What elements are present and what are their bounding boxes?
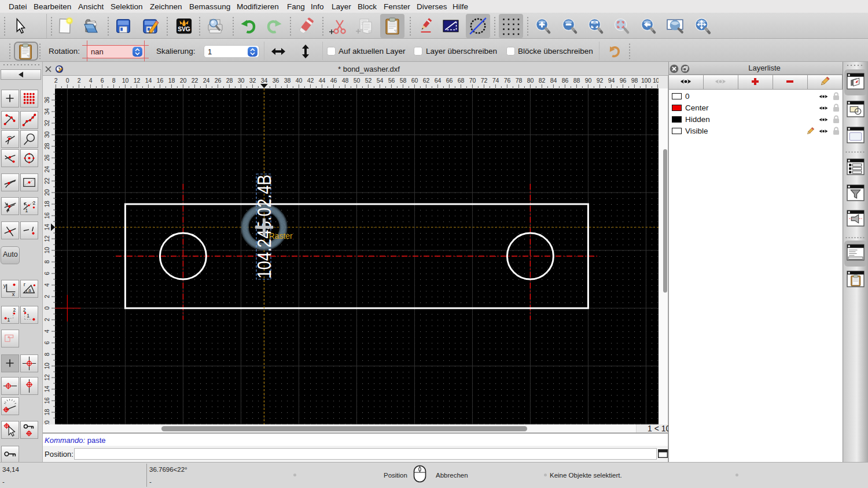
svg-text:8: 8 xyxy=(112,77,116,84)
svg-text:88: 88 xyxy=(573,77,580,84)
svg-text:28: 28 xyxy=(43,143,50,150)
svg-text:20: 20 xyxy=(43,420,50,424)
svg-text:14: 14 xyxy=(43,224,50,231)
svg-text:2: 2 xyxy=(43,295,50,298)
svg-text:52: 52 xyxy=(365,77,372,84)
svg-text:8: 8 xyxy=(43,353,50,356)
svg-text:2: 2 xyxy=(78,77,81,84)
svg-text:82: 82 xyxy=(539,77,546,84)
svg-text:56: 56 xyxy=(388,77,395,84)
svg-text:18: 18 xyxy=(43,201,50,208)
svg-text:a: a xyxy=(28,287,31,293)
svg-text:98: 98 xyxy=(631,77,638,84)
svg-text:78: 78 xyxy=(516,77,523,84)
svg-text:16: 16 xyxy=(43,397,50,404)
svg-text:y: y xyxy=(3,283,6,289)
svg-text:0: 0 xyxy=(43,306,50,310)
svg-text:48: 48 xyxy=(342,77,349,84)
svg-text:50: 50 xyxy=(354,77,361,84)
svg-text:12: 12 xyxy=(43,235,50,242)
svg-text:86: 86 xyxy=(562,77,569,84)
svg-text:2: 2 xyxy=(33,200,36,206)
svg-text:96: 96 xyxy=(620,77,627,84)
svg-text:80: 80 xyxy=(527,77,534,84)
svg-text:34: 34 xyxy=(261,77,268,84)
svg-text:0: 0 xyxy=(66,77,69,84)
svg-text:12: 12 xyxy=(134,77,141,84)
svg-text:18: 18 xyxy=(43,409,50,416)
svg-text:Raster: Raster xyxy=(269,231,293,241)
svg-text:60: 60 xyxy=(411,77,418,84)
svg-text:26: 26 xyxy=(215,77,222,84)
svg-text:2: 2 xyxy=(43,318,50,321)
svg-text:2: 2 xyxy=(13,307,16,313)
svg-text:8: 8 xyxy=(43,260,50,264)
svg-text:36: 36 xyxy=(273,77,279,84)
svg-text:12: 12 xyxy=(43,374,50,381)
svg-text:58: 58 xyxy=(400,77,407,84)
svg-text:90: 90 xyxy=(585,77,592,84)
svg-text:r: r xyxy=(24,282,25,287)
svg-text:32: 32 xyxy=(43,120,50,127)
svg-text:72: 72 xyxy=(481,77,488,84)
svg-text:x: x xyxy=(12,291,15,297)
svg-text:44: 44 xyxy=(319,77,326,84)
svg-text:4: 4 xyxy=(43,283,50,287)
svg-text:10: 10 xyxy=(43,247,50,254)
svg-text:70: 70 xyxy=(469,77,476,84)
svg-text:84: 84 xyxy=(550,77,557,84)
svg-text:6: 6 xyxy=(43,341,50,345)
svg-text:6: 6 xyxy=(43,272,50,275)
svg-text:4: 4 xyxy=(89,77,93,84)
svg-text:6: 6 xyxy=(101,77,104,84)
svg-text:68: 68 xyxy=(458,77,465,84)
svg-text:1: 1 xyxy=(25,208,28,213)
svg-text:16: 16 xyxy=(43,212,50,219)
svg-text:14: 14 xyxy=(43,386,50,393)
svg-text:46: 46 xyxy=(330,77,337,84)
svg-text:26: 26 xyxy=(43,154,50,161)
svg-text:32: 32 xyxy=(249,77,256,84)
svg-text:20: 20 xyxy=(180,77,187,84)
svg-text:16: 16 xyxy=(157,77,164,84)
svg-text:42: 42 xyxy=(307,77,314,84)
svg-text:22: 22 xyxy=(192,77,198,84)
svg-text:28: 28 xyxy=(226,77,233,84)
svg-text:40: 40 xyxy=(296,77,303,84)
svg-text:34: 34 xyxy=(43,108,50,115)
svg-text:20: 20 xyxy=(43,189,50,196)
svg-text:100: 100 xyxy=(641,77,651,84)
svg-text:1: 1 xyxy=(27,313,30,319)
svg-text:30: 30 xyxy=(43,131,50,138)
svg-text:SVG: SVG xyxy=(178,26,190,32)
svg-text:24: 24 xyxy=(43,166,50,173)
svg-text:30: 30 xyxy=(238,77,245,84)
svg-text:10: 10 xyxy=(122,77,129,84)
svg-text:2: 2 xyxy=(54,77,58,84)
svg-text:76: 76 xyxy=(504,77,511,84)
svg-text:10: 10 xyxy=(43,363,50,369)
svg-text:1: 1 xyxy=(7,317,10,323)
svg-text:66: 66 xyxy=(446,77,453,84)
svg-text:4: 4 xyxy=(43,330,50,333)
svg-text:62: 62 xyxy=(423,77,430,84)
svg-text:74: 74 xyxy=(492,77,499,84)
svg-text:14: 14 xyxy=(145,77,152,84)
svg-text:92: 92 xyxy=(597,77,604,84)
svg-text:38: 38 xyxy=(284,77,291,84)
svg-text:22: 22 xyxy=(43,178,50,184)
svg-text:36: 36 xyxy=(43,97,50,103)
svg-text:94: 94 xyxy=(608,77,615,84)
svg-text:54: 54 xyxy=(377,77,384,84)
svg-text:18: 18 xyxy=(168,77,175,84)
svg-text:64: 64 xyxy=(435,77,442,84)
svg-text:24: 24 xyxy=(203,77,210,84)
